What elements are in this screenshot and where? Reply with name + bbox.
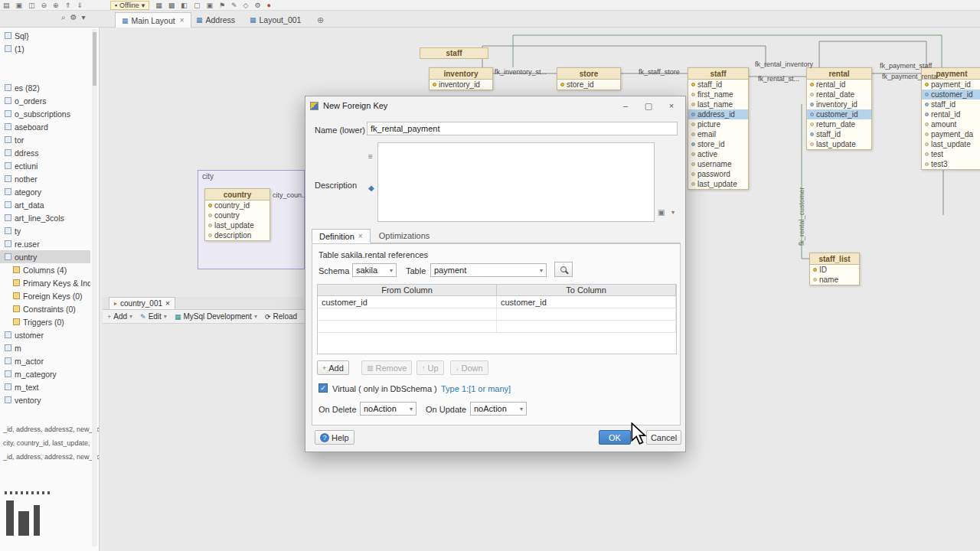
sidebar-item[interactable]: Triggers (0) — [0, 315, 90, 328]
close-icon[interactable]: × — [358, 232, 363, 240]
tab-country-001[interactable]: ▸ country_001 × — [109, 297, 175, 309]
table-field[interactable]: return_date — [807, 119, 871, 129]
sidebar-item[interactable]: Constraints (0) — [0, 302, 90, 315]
save-icon[interactable]: ▣ — [16, 1, 23, 10]
nav-down-icon[interactable]: ⇓ — [77, 1, 83, 10]
app-icon[interactable]: ▤ — [3, 1, 10, 10]
staff-group-label[interactable]: staff — [420, 47, 488, 59]
to-column-header[interactable]: To Column — [497, 285, 676, 295]
add-column-button[interactable]: + Add — [317, 360, 349, 375]
close-icon[interactable]: × — [662, 101, 681, 110]
diagram-table-country[interactable]: country country_id country last_update d… — [204, 188, 270, 241]
table-field[interactable]: staff_id — [807, 129, 871, 139]
diagram-table-staff-list[interactable]: staff_list ID name — [809, 253, 860, 285]
schema-select[interactable]: sakila ▾ — [352, 263, 397, 277]
sidebar-item[interactable]: es (82) — [0, 81, 90, 94]
sidebar-scrollbar[interactable] — [92, 29, 97, 546]
sidebar-item[interactable]: m_category — [0, 367, 90, 380]
sidebar-item[interactable]: m — [0, 341, 90, 354]
empty-mapping-row[interactable] — [318, 308, 676, 321]
sidebar-item[interactable]: ectiuni — [0, 159, 90, 172]
table-header[interactable]: rental — [807, 68, 871, 80]
remove-column-button[interactable]: ▥ Remove — [361, 360, 412, 375]
sidebar-item[interactable]: Columns (4) — [0, 263, 90, 276]
ok-button[interactable]: OK — [599, 430, 631, 445]
table-field[interactable]: staff_id — [688, 80, 748, 90]
tab-address[interactable]: ▦ Address — [190, 12, 241, 28]
on-update-select[interactable]: noAction ▾ — [470, 402, 527, 416]
from-column-header[interactable]: From Column — [318, 285, 497, 295]
move-down-button[interactable]: ↓ Down — [450, 360, 488, 375]
sidebar-item[interactable]: ustomer — [0, 328, 90, 341]
table-field[interactable]: rental_date — [807, 90, 871, 99]
diagram-table-staff[interactable]: staff staff_id first_name last_name addr… — [688, 67, 749, 190]
fk-label[interactable]: fk_payment_staff — [880, 62, 932, 70]
table-field[interactable]: name — [810, 275, 859, 285]
table-header[interactable]: country — [205, 189, 270, 201]
diagram-table-store[interactable]: store store_id — [557, 67, 621, 90]
table-field[interactable]: ID — [810, 265, 859, 275]
toolbar-button[interactable]: ▦ MySql Development ▾ — [175, 312, 257, 321]
empty-mapping-row[interactable] — [318, 321, 676, 333]
table-field[interactable]: rental_id — [922, 109, 980, 119]
table-field[interactable]: last_update — [205, 220, 270, 230]
table-field[interactable]: country_id — [205, 201, 270, 210]
fk-label[interactable]: fk_staff_store — [639, 68, 680, 76]
print-icon[interactable]: ◫ — [28, 1, 35, 10]
table-field[interactable]: payment_id — [922, 80, 980, 90]
fk-name-input[interactable] — [367, 122, 678, 135]
table-field[interactable]: staff_id — [922, 99, 980, 109]
table-field[interactable]: description — [205, 230, 270, 240]
tab-definition[interactable]: Definition × — [312, 229, 371, 243]
fk-label[interactable]: fk_rental_inventory — [755, 60, 813, 68]
to-column-cell[interactable]: customer_id — [497, 296, 676, 308]
nav-up-icon[interactable]: ⇑ — [65, 1, 71, 10]
close-icon[interactable]: × — [180, 16, 185, 24]
shape-tool-icon[interactable]: ◇ — [243, 1, 249, 10]
sidebar-item[interactable]: o_orders — [0, 94, 90, 107]
sidebar-item[interactable]: art_data — [0, 198, 90, 211]
table-field[interactable]: test3 — [922, 159, 980, 169]
table-field[interactable]: active — [688, 149, 748, 159]
table-header[interactable]: staff — [688, 68, 748, 80]
from-column-cell[interactable]: customer_id — [318, 296, 497, 308]
add-layout-button[interactable]: ⊕ — [317, 15, 324, 25]
maximize-icon[interactable]: ▢ — [639, 101, 658, 111]
table-field[interactable]: email — [688, 129, 748, 139]
table-field[interactable]: password — [688, 169, 748, 179]
minimize-icon[interactable]: – — [616, 101, 635, 110]
sidebar-item[interactable]: nother — [0, 172, 90, 185]
image-icon[interactable]: ▣ — [658, 208, 665, 217]
table-field[interactable]: last_name — [688, 99, 748, 109]
table-field[interactable]: inventory_id — [430, 80, 492, 90]
table-header[interactable]: inventory — [430, 68, 492, 80]
callout-tool-icon[interactable]: ▢ — [194, 1, 201, 10]
on-delete-select[interactable]: noAction ▾ — [360, 402, 416, 416]
list-icon[interactable]: ≡ — [368, 152, 373, 161]
flag-tool-icon[interactable]: ⚑ — [219, 1, 225, 10]
table-field[interactable]: country — [205, 210, 270, 220]
fk-label[interactable]: fk_rental_customer — [798, 187, 805, 246]
table-header[interactable]: staff_list — [810, 253, 859, 265]
sidebar-item[interactable]: ddress — [0, 146, 90, 159]
tag-icon[interactable]: ◆ — [368, 184, 374, 192]
sidebar-item[interactable]: Foreign Keys (0) — [0, 289, 90, 302]
gear-icon[interactable]: ⚙ — [254, 1, 260, 10]
table-field[interactable]: payment_da — [922, 129, 980, 139]
gear-icon[interactable]: ⚙ — [70, 13, 77, 22]
sidebar-item[interactable]: Sql} — [0, 29, 90, 42]
chevron-down-icon[interactable]: ▾ — [671, 209, 675, 216]
form-tool-icon[interactable]: ◧ — [181, 1, 188, 10]
sidebar-item[interactable]: (1) — [0, 42, 90, 55]
toolbar-button[interactable]: ✎ Edit ▾ — [140, 312, 167, 321]
tab-optimizations[interactable]: Optimizations — [372, 228, 437, 243]
fk-label[interactable]: fk_inventory_st... — [495, 68, 547, 76]
table-field[interactable]: customer_id — [807, 109, 871, 119]
help-button[interactable]: ? Help — [315, 430, 354, 445]
toolbar-button[interactable]: ⟳ Reload — [265, 312, 299, 321]
move-up-button[interactable]: ↑ Up — [416, 360, 444, 375]
table-header[interactable]: store — [557, 68, 620, 80]
fk-label[interactable]: city_coun... — [273, 191, 308, 199]
table-field[interactable]: amount — [922, 119, 980, 129]
tab-main-layout[interactable]: ▦ Main Layout × — [115, 12, 191, 28]
